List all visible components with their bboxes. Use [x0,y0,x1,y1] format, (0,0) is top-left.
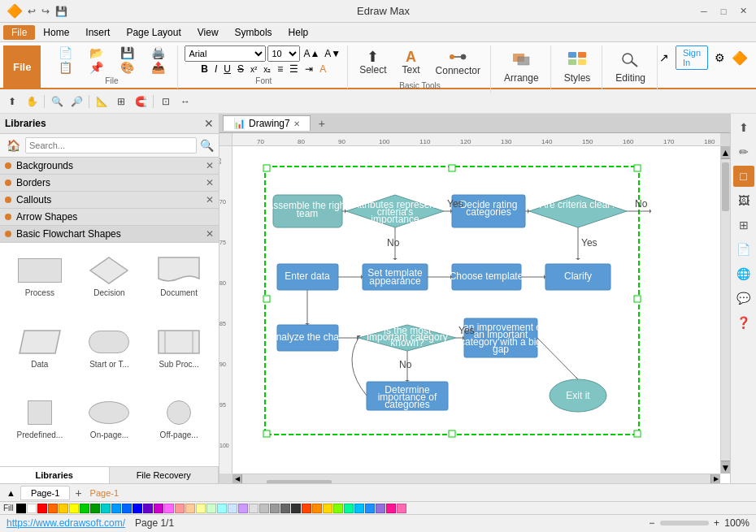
close-ribbon-btn[interactable]: 🔶 [732,50,748,66]
shape-offpage[interactable]: Off-page... [146,391,212,460]
color-swatch[interactable] [16,504,26,513]
color-swatch[interactable] [133,504,142,513]
shape-data[interactable]: Data [7,321,73,389]
pen-panel-btn[interactable]: ✏ [733,141,754,162]
bold-btn[interactable]: B [198,63,211,75]
color-swatch[interactable] [323,504,332,513]
format-btn[interactable]: 🎨 [112,60,141,75]
cursor-panel-btn[interactable]: ⬆ [733,117,754,138]
canvas-wrapper[interactable]: /* ruler ticks */ 70 80 90 100 110 120 1… [219,133,730,483]
shape-predefined[interactable]: Predefined... [7,391,73,460]
chat-panel-btn[interactable]: 💬 [733,288,754,309]
styles-btn[interactable]: Styles [558,45,597,85]
section-callouts[interactable]: Callouts ✕ [0,192,219,209]
color-swatch[interactable] [122,504,132,513]
color-swatch[interactable] [175,504,185,513]
file-recovery-tab[interactable]: File Recovery [110,467,219,483]
home-icon[interactable]: 🏠 [3,139,24,152]
color-swatch[interactable] [90,504,100,513]
fit-page-btn[interactable]: ⊡ [157,93,175,110]
color-swatch[interactable] [228,504,237,513]
editing-btn[interactable]: Editing [609,45,652,85]
redo-btn[interactable]: ↪ [41,6,50,17]
share-icon[interactable]: ↗ [659,51,669,64]
pages-panel-btn[interactable]: 📄 [733,239,754,260]
undo-btn[interactable]: ↩ [28,6,36,17]
connector-tool-btn[interactable]: Connector [431,45,485,80]
shape-decision[interactable]: Decision [76,249,143,318]
arrange-btn[interactable]: Arrange [497,45,545,85]
list-btn[interactable]: ☰ [287,63,301,75]
page-setup-btn[interactable]: 📐 [93,93,111,110]
text-tool-btn[interactable]: A Text [393,46,429,79]
menu-home[interactable]: Home [35,25,77,40]
expand-pages-btn[interactable]: ▲ [3,488,19,498]
color-swatch[interactable] [196,504,206,513]
menu-insert[interactable]: Insert [77,25,118,40]
libraries-tab[interactable]: Libraries [0,467,110,483]
new-tab-btn[interactable]: + [315,117,328,130]
section-callouts-close[interactable]: ✕ [206,194,214,205]
color-swatch[interactable] [48,504,58,513]
menu-symbols[interactable]: Symbols [227,25,280,40]
color-swatch[interactable] [302,504,311,513]
color-swatch[interactable] [217,504,227,513]
paste-btn[interactable]: 📌 [81,60,111,75]
color-swatch[interactable] [37,504,47,513]
cursor-tool[interactable]: ⬆ [3,93,21,110]
font-color-btn[interactable]: A [317,63,328,75]
section-borders[interactable]: Borders ✕ [0,175,219,192]
minimize-btn[interactable]: ─ [697,5,710,18]
image-panel-btn[interactable]: 🖼 [733,190,754,211]
decrease-font-btn[interactable]: A▼ [323,48,342,59]
color-swatch[interactable] [354,504,364,513]
layers-panel-btn[interactable]: ⊞ [733,214,754,236]
tab-close-btn[interactable]: ✕ [293,119,300,128]
signin-btn[interactable]: Sign In [676,45,708,70]
color-swatch[interactable] [312,504,322,513]
menu-file[interactable]: File [3,25,35,40]
shape-onpage[interactable]: On-page... [76,391,143,460]
orange-square-btn[interactable]: □ [733,166,754,187]
shape-document[interactable]: Document [146,249,212,318]
grid-btn[interactable]: ⊞ [112,93,130,110]
search-btn[interactable]: 🔍 [198,139,215,152]
close-btn[interactable]: ✕ [736,5,749,18]
color-swatch[interactable] [344,504,354,513]
color-swatch[interactable] [164,504,174,513]
color-swatch[interactable] [386,504,396,513]
section-basic-flowchart-close[interactable]: ✕ [206,228,214,240]
help-panel-btn[interactable]: ❓ [733,312,754,333]
scroll-horizontal[interactable]: ◀ ▶ [232,474,720,483]
color-swatch[interactable] [270,504,280,513]
hand-tool[interactable]: ✋ [23,93,41,110]
sidebar-close-btn[interactable]: ✕ [204,117,214,130]
scroll-vertical[interactable]: ▲ ▼ [720,146,730,474]
new-btn[interactable]: 📄 [50,45,80,60]
snap-btn[interactable]: 🧲 [132,93,150,110]
color-swatch[interactable] [101,504,111,513]
shape-start[interactable]: Start or T... [76,321,143,389]
zoom-slider[interactable] [660,521,709,526]
copy-btn[interactable]: 📋 [50,60,80,75]
color-swatch[interactable] [291,504,301,513]
italic-btn[interactable]: I [212,63,219,75]
save-file-btn[interactable]: 💾 [112,45,141,60]
color-swatch[interactable] [69,504,79,513]
section-borders-close[interactable]: ✕ [206,177,214,188]
print-btn[interactable]: 🖨️ [143,45,172,60]
section-basic-flowchart[interactable]: Basic Flowchart Shapes ✕ [0,226,219,243]
section-arrow-shapes[interactable]: Arrow Shapes [0,209,219,226]
section-backgrounds[interactable]: Backgrounds ✕ [0,158,219,175]
settings-icon[interactable]: ⚙ [715,51,725,64]
color-swatch[interactable] [280,504,290,513]
color-swatch[interactable] [111,504,121,513]
color-swatch[interactable] [365,504,375,513]
add-page-btn[interactable]: + [72,487,85,500]
color-swatch[interactable] [27,504,37,513]
shape-subprocess[interactable]: Sub Proc... [146,321,212,389]
color-swatch[interactable] [59,504,68,513]
globe-panel-btn[interactable]: 🌐 [733,263,754,284]
color-swatch[interactable] [376,504,385,513]
page1-tab[interactable]: Page-1 [20,486,70,500]
